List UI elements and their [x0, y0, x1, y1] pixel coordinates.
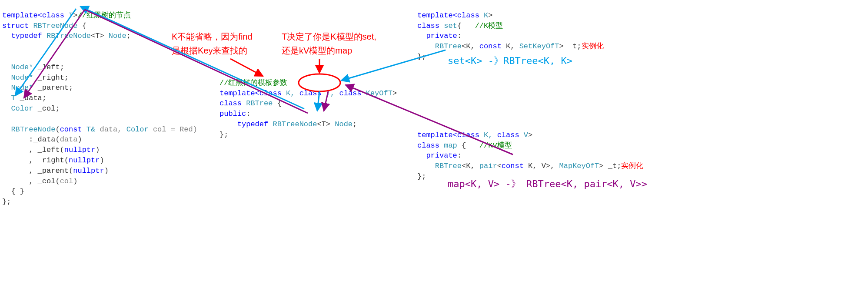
text: :: [457, 32, 462, 40]
text: >: [488, 11, 492, 20]
text: Node*: [11, 63, 37, 71]
comment-instance: 实例化: [582, 42, 604, 50]
text: set: [439, 22, 457, 30]
code-set: template<class K> class set{ //K模型 priva…: [417, 0, 604, 62]
text: K不能省略，因为find: [172, 30, 253, 44]
text: template<: [417, 131, 457, 139]
text: class: [339, 89, 361, 97]
text: class: [299, 89, 322, 97]
code-map: template<class K, class V> class map { /…: [417, 120, 643, 182]
annotation-k-explain: K不能省略，因为find 是根据Key来查找的: [172, 30, 253, 57]
annotation-t-explain: T决定了你是K模型的set, 还是kV模型的map: [282, 30, 376, 57]
text: _right;: [38, 74, 69, 82]
text: T: [11, 94, 20, 102]
text: class: [42, 11, 64, 20]
text: , _parent(: [11, 167, 73, 175]
text: Node: [330, 120, 353, 128]
comment: //红黑树的模板参数: [219, 79, 287, 87]
text: data: [60, 135, 78, 144]
text: Node*: [11, 74, 37, 82]
text: class: [219, 99, 242, 108]
text: _col;: [38, 104, 60, 113]
text: data,: [100, 125, 126, 134]
text: <K,: [462, 42, 479, 50]
text: public: [219, 110, 246, 118]
text: };: [417, 53, 426, 61]
text: <T>: [317, 120, 330, 128]
text: private: [426, 151, 457, 160]
text: 还是kV模型的map: [282, 44, 376, 57]
text: T,: [322, 89, 339, 97]
text: map: [439, 141, 457, 150]
code-rbtree: //红黑树的模板参数 template<class K, class T, cl…: [219, 67, 397, 140]
text: _t;: [604, 162, 622, 170]
text: struct: [2, 22, 29, 30]
text: template<: [219, 89, 259, 97]
text: nullptr: [64, 146, 95, 154]
text: class: [259, 89, 282, 97]
text: col = Red): [153, 125, 197, 134]
text: , _col(: [11, 177, 60, 185]
annotation-set-map: set<K> -》RBTree<K, K>: [448, 54, 572, 67]
text: MapKeyOfT: [559, 162, 599, 170]
text: RBTree: [242, 99, 273, 108]
text: , _left(: [11, 146, 64, 154]
comment-instance: 实例化: [621, 162, 643, 170]
text: ): [95, 146, 100, 154]
text: ;: [353, 120, 357, 128]
text: , _right(: [11, 156, 69, 165]
text: _left;: [38, 63, 64, 71]
text: typedef: [237, 120, 268, 128]
text: T决定了你是K模型的set,: [282, 30, 376, 44]
text: pair: [479, 162, 497, 170]
text: ): [104, 167, 109, 175]
text: { }: [11, 187, 24, 195]
text: <K,: [462, 162, 479, 170]
text: T&: [82, 125, 100, 134]
text: nullptr: [69, 156, 100, 165]
text: :: [246, 110, 250, 118]
text: _parent;: [38, 84, 73, 92]
text: col: [60, 177, 73, 185]
text: RBTreeNode: [11, 125, 55, 134]
text: :: [457, 151, 462, 160]
text: <T>: [91, 32, 104, 40]
comment: //K模型: [462, 22, 503, 30]
text: class: [417, 22, 439, 30]
text: K,: [282, 89, 299, 97]
text: >: [599, 162, 603, 170]
text: RBTreeNode: [29, 22, 77, 30]
text: class: [417, 141, 439, 150]
text: Node: [104, 32, 126, 40]
text: template<: [417, 11, 457, 20]
text: };: [219, 131, 228, 139]
text: RBTreeNode: [268, 120, 317, 128]
comment: //KV模型: [466, 141, 512, 150]
text: class: [457, 131, 479, 139]
text: RBTreeNode: [42, 32, 91, 40]
text: (: [55, 125, 60, 134]
text: ;: [126, 32, 131, 40]
text: V: [519, 131, 528, 139]
text: >: [559, 42, 564, 50]
text: RBTree: [435, 162, 462, 170]
text: class: [457, 11, 479, 20]
text: Color: [126, 125, 153, 134]
text: K, V>,: [524, 162, 559, 170]
text: {: [457, 22, 462, 30]
text: const: [479, 42, 502, 50]
text: _data;: [20, 94, 47, 102]
comment: //红黑树的节点: [77, 11, 130, 20]
text: const: [502, 162, 524, 170]
text: {: [457, 141, 466, 150]
text: Color: [11, 104, 37, 113]
code-rbtreenode: template<class T>//红黑树的节点 struct RBTreeN…: [2, 0, 197, 207]
text: private: [426, 32, 457, 40]
text: };: [2, 198, 11, 206]
text: nullptr: [73, 167, 104, 175]
text: typedef: [11, 32, 42, 40]
text: };: [417, 172, 426, 181]
annotation-map-map: map<K, V> -》 RBTree<K, pair<K, V>>: [448, 178, 647, 191]
text: KeyOfT: [362, 89, 392, 97]
text: >: [392, 89, 397, 97]
